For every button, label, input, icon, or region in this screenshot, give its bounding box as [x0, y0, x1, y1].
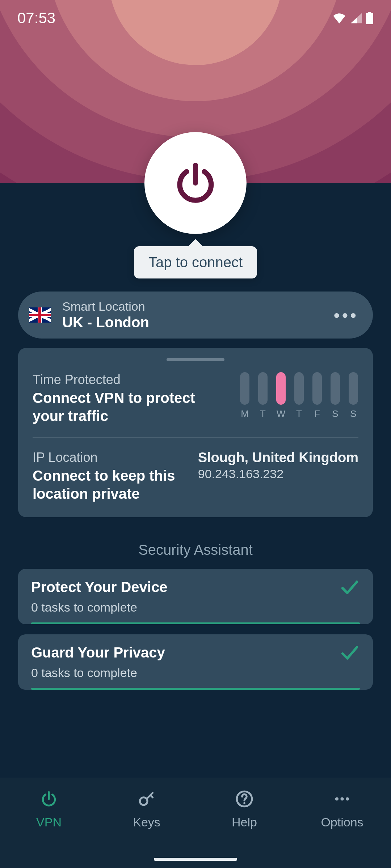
connect-tooltip: Tap to connect	[134, 246, 257, 278]
help-icon	[235, 790, 253, 809]
nav-label: Keys	[133, 815, 160, 829]
svg-point-5	[346, 797, 349, 800]
task-progress	[31, 688, 360, 690]
ip-city: Slough, United Kingdom	[198, 450, 358, 465]
divider	[33, 437, 358, 438]
ip-location-value: Connect to keep this location private	[33, 467, 187, 503]
power-icon	[172, 159, 219, 207]
check-icon	[340, 579, 360, 595]
more-icon[interactable]: •••	[334, 305, 358, 325]
nav-label: Help	[232, 815, 257, 829]
stats-card[interactable]: Time Protected Connect VPN to protect yo…	[18, 348, 373, 517]
task-subtitle: 0 tasks to complete	[31, 600, 360, 614]
nav-label: Options	[321, 815, 363, 829]
task-title: Protect Your Device	[31, 579, 167, 595]
task-title: Guard Your Privacy	[31, 644, 165, 661]
status-time: 07:53	[17, 9, 55, 27]
status-bar: 07:53	[0, 0, 391, 36]
svg-point-4	[340, 797, 344, 800]
nav-options[interactable]: Options	[293, 790, 391, 829]
day-bar: W	[276, 372, 286, 420]
nav-keys[interactable]: Keys	[98, 790, 196, 829]
time-protected-value: Connect VPN to protect your traffic	[33, 389, 229, 425]
wifi-icon	[332, 13, 346, 24]
security-task[interactable]: Guard Your Privacy 0 tasks to complete	[18, 634, 373, 690]
ip-location-label: IP Location	[33, 450, 187, 465]
key-icon	[138, 790, 156, 809]
battery-icon	[366, 12, 374, 24]
connect-button[interactable]	[144, 132, 247, 234]
svg-point-2	[243, 802, 245, 804]
smart-location-label: Smart Location	[62, 299, 334, 314]
signal-icon	[350, 13, 362, 24]
check-icon	[340, 645, 360, 661]
day-bar: T	[294, 372, 304, 420]
power-icon	[40, 790, 58, 809]
task-progress	[31, 622, 360, 624]
bottom-nav: VPN Keys Help Options	[0, 778, 391, 868]
day-bar: M	[240, 372, 250, 420]
home-indicator	[154, 858, 237, 861]
security-task[interactable]: Protect Your Device 0 tasks to complete	[18, 569, 373, 624]
nav-vpn[interactable]: VPN	[0, 790, 98, 829]
task-subtitle: 0 tasks to complete	[31, 666, 360, 680]
day-bar: S	[348, 372, 358, 420]
weekly-bars: MTWTFSS	[240, 372, 358, 420]
day-bar: S	[330, 372, 340, 420]
nav-label: VPN	[36, 815, 62, 829]
location-selector[interactable]: Smart Location UK - London •••	[18, 292, 373, 339]
ip-address: 90.243.163.232	[198, 467, 358, 481]
day-bar: F	[312, 372, 322, 420]
security-assistant-title: Security Assistant	[0, 542, 391, 558]
dots-icon	[333, 790, 351, 809]
nav-help[interactable]: Help	[196, 790, 293, 829]
time-protected-label: Time Protected	[33, 372, 229, 387]
svg-point-3	[335, 797, 339, 800]
status-icons	[332, 12, 374, 24]
day-bar: T	[258, 372, 268, 420]
location-name: UK - London	[62, 314, 334, 331]
drag-handle[interactable]	[167, 358, 224, 361]
flag-icon	[29, 307, 51, 323]
